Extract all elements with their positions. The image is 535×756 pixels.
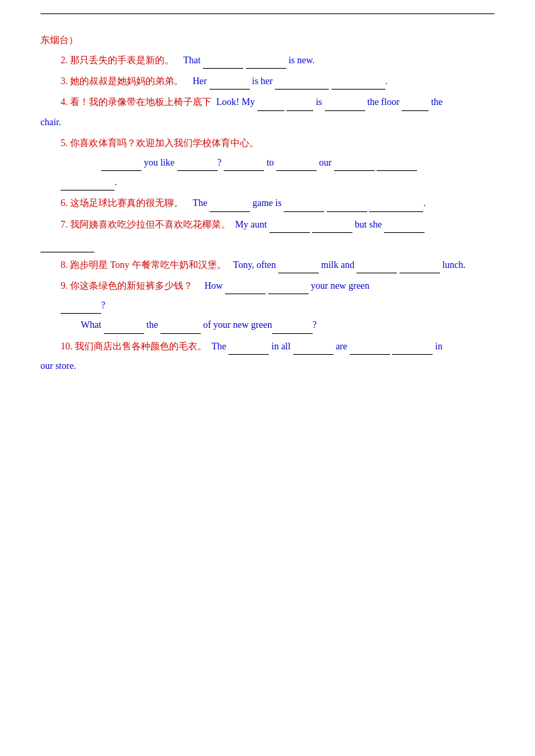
q4-row2: chair. xyxy=(40,114,495,131)
q4-en: Look! My is the floor the xyxy=(214,97,443,107)
q7-cn: 我阿姨喜欢吃沙拉但不喜欢吃花椰菜。 xyxy=(70,219,230,230)
q10-blank4 xyxy=(392,344,433,355)
header-text: 东烟台） xyxy=(40,34,495,46)
question-9: 9. 你这条绿色的新短裤多少钱？ How your new green ? Wh… xyxy=(40,277,495,334)
q4-blank2 xyxy=(286,100,313,111)
q9-blank2 xyxy=(268,283,309,294)
q5-blank2 xyxy=(177,160,218,171)
q10-num: 10. xyxy=(61,341,75,351)
q9-blank1 xyxy=(225,283,265,294)
q3-en: Her is her . xyxy=(186,76,388,86)
question-7: 7. 我阿姨喜欢吃沙拉但不喜欢吃花椰菜。 My aunt but she xyxy=(40,216,495,252)
q5-blank7 xyxy=(61,180,115,191)
q5-num: 5. xyxy=(61,138,70,148)
q9-blank4 xyxy=(104,323,144,334)
q9-row3: What the of your new green? xyxy=(81,316,495,333)
q5-en2: . xyxy=(61,177,117,187)
question-3: 3. 她的叔叔是她妈妈的弟弟。 Her is her . xyxy=(61,73,495,90)
q5-blank6 xyxy=(377,160,417,171)
q7-blank3 xyxy=(384,222,424,233)
q6-blank4 xyxy=(369,201,423,212)
q6-en: The game is . xyxy=(186,198,426,208)
question-8: 8. 跑步明星 Tony 午餐常吃牛奶和汉堡。 Tony, often milk… xyxy=(61,256,495,273)
q3-cn: 她的叔叔是她妈妈的弟弟。 xyxy=(70,76,183,86)
q7-en2 xyxy=(40,239,94,249)
q9-blank6 xyxy=(272,323,313,334)
q5-row2: you like ? to our xyxy=(101,154,495,171)
question-5: 5. 你喜欢体育吗？欢迎加入我们学校体育中心。 you like ? to ou… xyxy=(61,135,495,191)
q8-blank3 xyxy=(400,263,440,273)
q10-en: The in all are in xyxy=(210,341,443,351)
q4-num: 4. xyxy=(61,97,70,107)
q9-blank3 xyxy=(61,303,101,314)
q4-blank1 xyxy=(257,100,284,111)
top-divider xyxy=(40,13,495,14)
q4-en2: chair. xyxy=(40,117,61,127)
q10-blank1 xyxy=(228,344,269,355)
q5-blank3 xyxy=(224,160,264,171)
question-10: 10. 我们商店出售各种颜色的毛衣。 The in all are in our… xyxy=(40,338,495,374)
q4-cn: 看！我的录像带在地板上椅子底下 xyxy=(70,97,212,107)
q6-num: 6. xyxy=(61,198,70,208)
q9-en3: What the of your new green? xyxy=(81,320,317,330)
q10-en2: our store. xyxy=(40,361,76,371)
main-content: 东烟台） 2. 那只丢失的手表是新的。 That is new. 3. 她的叔叔… xyxy=(40,34,495,374)
q2-cn: 那只丢失的手表是新的。 xyxy=(70,55,174,65)
q10-blank2 xyxy=(293,344,334,355)
q4-blank4 xyxy=(402,100,429,111)
q5-row3: . xyxy=(61,174,495,191)
q3-blank2 xyxy=(275,79,329,90)
q8-cn: 跑步明星 Tony 午餐常吃牛奶和汉堡。 xyxy=(70,260,226,270)
q7-en: My aunt but she xyxy=(233,219,425,230)
q9-en1: How your new green xyxy=(195,281,370,291)
q8-en: Tony, often milk and lunch. xyxy=(228,260,466,270)
q3-blank3 xyxy=(332,79,385,90)
q5-en1: you like ? to our xyxy=(101,158,417,168)
q9-row2: ? xyxy=(61,297,495,314)
q10-row1: 10. 我们商店出售各种颜色的毛衣。 The in all are in xyxy=(61,338,495,355)
q9-blank5 xyxy=(160,323,201,334)
q5-blank4 xyxy=(276,160,317,171)
q2-en: That is new. xyxy=(177,55,315,65)
q9-cn: 你这条绿色的新短裤多少钱？ xyxy=(70,281,193,291)
q9-num: 9. xyxy=(61,281,70,291)
q5-blank5 xyxy=(334,160,375,171)
q8-blank1 xyxy=(278,263,319,273)
q4-row: 4. 看！我的录像带在地板上椅子底下 Look! My is the floor… xyxy=(61,94,495,110)
q8-blank2 xyxy=(356,263,397,273)
question-6: 6. 这场足球比赛真的很无聊。 The game is . xyxy=(61,195,495,211)
q7-num: 7. xyxy=(61,219,70,230)
q7-row2 xyxy=(40,236,495,252)
q5-row1: 5. 你喜欢体育吗？欢迎加入我们学校体育中心。 xyxy=(61,135,495,151)
q2-num: 2. xyxy=(61,55,70,65)
question-4: 4. 看！我的录像带在地板上椅子底下 Look! My is the floor… xyxy=(40,94,495,130)
q3-blank1 xyxy=(210,79,250,90)
q8-num: 8. xyxy=(61,260,70,270)
q6-blank1 xyxy=(210,201,250,212)
q9-en2: ? xyxy=(61,300,105,310)
q7-blank2 xyxy=(312,222,352,233)
q4-blank3 xyxy=(325,100,365,111)
q5-cn: 你喜欢体育吗？欢迎加入我们学校体育中心。 xyxy=(70,138,259,148)
q2-blank2 xyxy=(246,58,286,69)
q2-blank1 xyxy=(203,58,243,69)
q9-row1: 9. 你这条绿色的新短裤多少钱？ How your new green xyxy=(61,277,495,294)
q7-blank4 xyxy=(40,242,94,252)
q6-blank3 xyxy=(327,201,367,212)
q10-row2: our store. xyxy=(40,357,495,374)
q7-blank1 xyxy=(270,222,310,233)
q6-cn: 这场足球比赛真的很无聊。 xyxy=(70,198,183,208)
q6-blank2 xyxy=(284,201,324,212)
q3-num: 3. xyxy=(61,76,70,86)
q7-row1: 7. 我阿姨喜欢吃沙拉但不喜欢吃花椰菜。 My aunt but she xyxy=(61,216,495,233)
q10-blank3 xyxy=(350,344,390,355)
q10-cn: 我们商店出售各种颜色的毛衣。 xyxy=(75,341,207,351)
question-2: 2. 那只丢失的手表是新的。 That is new. xyxy=(61,52,495,69)
q5-blank1 xyxy=(101,160,141,171)
